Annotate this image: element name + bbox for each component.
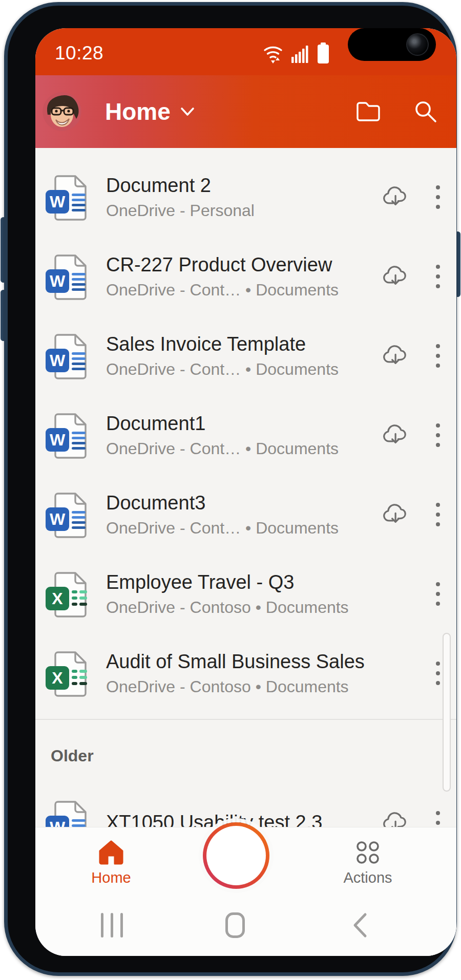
wifi-icon: [263, 44, 285, 64]
phone-frame: 10:28: [4, 2, 457, 976]
android-navigation-bar: [35, 899, 456, 956]
signal-icon: [291, 44, 311, 64]
more-options-button[interactable]: [433, 180, 443, 214]
file-list-item[interactable]: W X Document1: [35, 395, 456, 475]
more-options-button[interactable]: [433, 339, 443, 373]
recent-file-list: W X Document 2: [35, 148, 456, 862]
file-type-icon: W X: [43, 251, 94, 302]
file-name: Audit of Small Business Sales: [106, 650, 381, 674]
file-type-icon: W X: [43, 410, 94, 461]
clock: 10:28: [55, 42, 103, 64]
more-options-button[interactable]: [433, 498, 443, 531]
file-name: Sales Invoice Template: [106, 332, 381, 357]
file-name: Document1: [106, 412, 381, 436]
more-options-button[interactable]: [433, 577, 443, 611]
svg-text:W: W: [50, 351, 66, 370]
tab-actions-label: Actions: [343, 869, 392, 886]
front-camera-lens: [406, 33, 429, 56]
download-cloud-button[interactable]: [381, 182, 410, 212]
older-section-label: Older: [51, 747, 456, 765]
more-options-button[interactable]: [433, 260, 443, 293]
svg-text:W: W: [50, 272, 66, 290]
file-list-item[interactable]: W X Sales Invoi: [35, 316, 456, 395]
status-bar: 10:28: [35, 28, 456, 75]
file-list-item[interactable]: W X Document 2: [35, 157, 456, 237]
file-type-icon: W X: [43, 330, 94, 381]
folder-icon: [354, 99, 383, 124]
back-icon: [351, 912, 369, 939]
back-button[interactable]: [340, 910, 381, 941]
file-name: Document3: [106, 491, 381, 516]
file-name: Document 2: [106, 174, 381, 198]
scrollbar-thumb[interactable]: [443, 633, 451, 792]
plus-icon: [220, 840, 252, 871]
more-options-button[interactable]: [433, 656, 443, 690]
file-name: CR-227 Product Overview: [106, 253, 381, 278]
chevron-down-icon: [179, 105, 196, 118]
folder-button[interactable]: [352, 95, 385, 128]
file-location: OneDrive - Cont… • Documents: [106, 439, 381, 458]
file-type-icon: W X: [43, 568, 94, 620]
search-icon: [412, 98, 439, 125]
recents-button[interactable]: [91, 910, 132, 941]
tab-home[interactable]: Home: [80, 827, 142, 899]
search-button[interactable]: [409, 95, 442, 128]
download-cloud-button[interactable]: [381, 500, 410, 529]
home-icon: [98, 840, 124, 865]
file-list-item[interactable]: W X Audit of Sm: [35, 633, 456, 713]
file-location: OneDrive - Cont… • Documents: [106, 519, 381, 538]
file-type-icon: W X: [43, 172, 94, 223]
app-header: Home: [35, 75, 456, 148]
android-home-button[interactable]: [215, 910, 256, 941]
more-options-button[interactable]: [433, 418, 443, 452]
section-divider: [35, 719, 456, 720]
file-list-item[interactable]: W X CR-227 Prod: [35, 237, 456, 316]
avatar[interactable]: [43, 92, 81, 131]
file-location: OneDrive - Cont… • Documents: [106, 281, 381, 300]
file-type-icon: W X: [43, 648, 94, 699]
page-title: Home: [105, 98, 171, 125]
tab-actions[interactable]: Actions: [334, 827, 401, 899]
battery-icon: [317, 42, 329, 64]
download-cloud-button[interactable]: [381, 341, 410, 371]
svg-text:W: W: [50, 510, 66, 528]
camera-cutout: [348, 28, 436, 61]
file-location: OneDrive - Contoso • Documents: [106, 677, 381, 696]
svg-text:W: W: [50, 193, 66, 211]
tab-home-label: Home: [91, 869, 131, 886]
svg-text:W: W: [50, 431, 66, 449]
file-name: Employee Travel - Q3: [106, 570, 381, 595]
download-cloud-button[interactable]: [381, 420, 410, 450]
svg-text:X: X: [52, 589, 63, 608]
actions-icon: [355, 840, 381, 865]
page-title-dropdown[interactable]: Home: [105, 98, 196, 125]
file-location: OneDrive - Cont… • Documents: [106, 360, 381, 379]
add-create-button[interactable]: [203, 822, 269, 889]
file-list-item[interactable]: W X Document3: [35, 475, 456, 554]
screen: 10:28: [35, 28, 456, 956]
svg-text:X: X: [52, 669, 63, 687]
file-location: OneDrive - Contoso • Documents: [106, 598, 381, 617]
download-cloud-button[interactable]: [381, 262, 410, 291]
file-type-icon: W X: [43, 489, 94, 540]
file-list-item[interactable]: W X Employee Tr: [35, 554, 456, 633]
file-location: OneDrive - Personal: [106, 201, 381, 220]
